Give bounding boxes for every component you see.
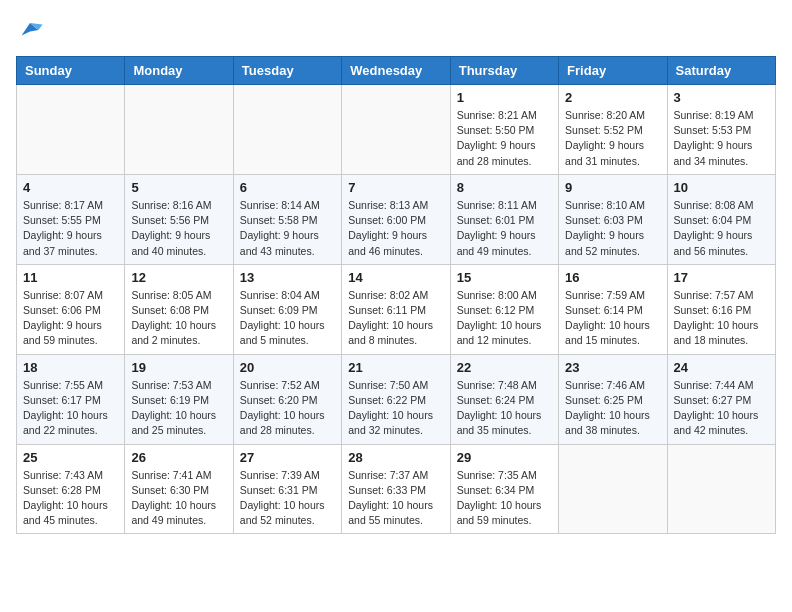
day-number: 25 [23,450,118,465]
day-info: Sunrise: 8:08 AMSunset: 6:04 PMDaylight:… [674,198,769,259]
day-of-week-header: Thursday [450,57,558,85]
calendar-day-cell: 18Sunrise: 7:55 AMSunset: 6:17 PMDayligh… [17,354,125,444]
day-number: 3 [674,90,769,105]
day-number: 9 [565,180,660,195]
day-number: 5 [131,180,226,195]
day-info: Sunrise: 7:35 AMSunset: 6:34 PMDaylight:… [457,468,552,529]
day-number: 20 [240,360,335,375]
calendar-day-cell: 4Sunrise: 8:17 AMSunset: 5:55 PMDaylight… [17,174,125,264]
day-info: Sunrise: 7:52 AMSunset: 6:20 PMDaylight:… [240,378,335,439]
calendar-week-row: 18Sunrise: 7:55 AMSunset: 6:17 PMDayligh… [17,354,776,444]
day-info: Sunrise: 8:02 AMSunset: 6:11 PMDaylight:… [348,288,443,349]
day-info: Sunrise: 8:10 AMSunset: 6:03 PMDaylight:… [565,198,660,259]
day-info: Sunrise: 7:59 AMSunset: 6:14 PMDaylight:… [565,288,660,349]
day-number: 22 [457,360,552,375]
day-of-week-header: Saturday [667,57,775,85]
day-number: 1 [457,90,552,105]
calendar-day-cell: 15Sunrise: 8:00 AMSunset: 6:12 PMDayligh… [450,264,558,354]
calendar-day-cell [17,85,125,175]
calendar-day-cell: 7Sunrise: 8:13 AMSunset: 6:00 PMDaylight… [342,174,450,264]
day-info: Sunrise: 7:57 AMSunset: 6:16 PMDaylight:… [674,288,769,349]
day-number: 24 [674,360,769,375]
calendar-day-cell [342,85,450,175]
calendar-day-cell: 16Sunrise: 7:59 AMSunset: 6:14 PMDayligh… [559,264,667,354]
day-number: 10 [674,180,769,195]
day-info: Sunrise: 8:20 AMSunset: 5:52 PMDaylight:… [565,108,660,169]
day-number: 21 [348,360,443,375]
day-info: Sunrise: 7:44 AMSunset: 6:27 PMDaylight:… [674,378,769,439]
calendar-day-cell: 1Sunrise: 8:21 AMSunset: 5:50 PMDaylight… [450,85,558,175]
calendar-day-cell: 12Sunrise: 8:05 AMSunset: 6:08 PMDayligh… [125,264,233,354]
calendar-header-row: SundayMondayTuesdayWednesdayThursdayFrid… [17,57,776,85]
calendar-day-cell: 20Sunrise: 7:52 AMSunset: 6:20 PMDayligh… [233,354,341,444]
calendar-day-cell [233,85,341,175]
calendar-day-cell: 9Sunrise: 8:10 AMSunset: 6:03 PMDaylight… [559,174,667,264]
day-number: 15 [457,270,552,285]
calendar-day-cell: 19Sunrise: 7:53 AMSunset: 6:19 PMDayligh… [125,354,233,444]
day-info: Sunrise: 8:11 AMSunset: 6:01 PMDaylight:… [457,198,552,259]
day-number: 13 [240,270,335,285]
day-info: Sunrise: 7:46 AMSunset: 6:25 PMDaylight:… [565,378,660,439]
day-info: Sunrise: 8:04 AMSunset: 6:09 PMDaylight:… [240,288,335,349]
calendar-day-cell: 22Sunrise: 7:48 AMSunset: 6:24 PMDayligh… [450,354,558,444]
day-number: 28 [348,450,443,465]
calendar-day-cell: 29Sunrise: 7:35 AMSunset: 6:34 PMDayligh… [450,444,558,534]
day-number: 16 [565,270,660,285]
calendar-day-cell: 26Sunrise: 7:41 AMSunset: 6:30 PMDayligh… [125,444,233,534]
day-number: 27 [240,450,335,465]
day-of-week-header: Sunday [17,57,125,85]
day-number: 11 [23,270,118,285]
day-info: Sunrise: 8:16 AMSunset: 5:56 PMDaylight:… [131,198,226,259]
day-number: 12 [131,270,226,285]
calendar-day-cell: 11Sunrise: 8:07 AMSunset: 6:06 PMDayligh… [17,264,125,354]
day-number: 19 [131,360,226,375]
calendar-day-cell: 2Sunrise: 8:20 AMSunset: 5:52 PMDaylight… [559,85,667,175]
calendar-week-row: 25Sunrise: 7:43 AMSunset: 6:28 PMDayligh… [17,444,776,534]
calendar-day-cell: 5Sunrise: 8:16 AMSunset: 5:56 PMDaylight… [125,174,233,264]
calendar-day-cell: 14Sunrise: 8:02 AMSunset: 6:11 PMDayligh… [342,264,450,354]
day-info: Sunrise: 8:07 AMSunset: 6:06 PMDaylight:… [23,288,118,349]
day-info: Sunrise: 8:00 AMSunset: 6:12 PMDaylight:… [457,288,552,349]
day-number: 23 [565,360,660,375]
day-info: Sunrise: 7:53 AMSunset: 6:19 PMDaylight:… [131,378,226,439]
day-info: Sunrise: 7:39 AMSunset: 6:31 PMDaylight:… [240,468,335,529]
calendar-day-cell [559,444,667,534]
calendar-week-row: 1Sunrise: 8:21 AMSunset: 5:50 PMDaylight… [17,85,776,175]
calendar-day-cell: 25Sunrise: 7:43 AMSunset: 6:28 PMDayligh… [17,444,125,534]
day-info: Sunrise: 7:43 AMSunset: 6:28 PMDaylight:… [23,468,118,529]
day-info: Sunrise: 8:05 AMSunset: 6:08 PMDaylight:… [131,288,226,349]
day-number: 7 [348,180,443,195]
calendar-day-cell [667,444,775,534]
calendar-day-cell [125,85,233,175]
calendar-day-cell: 21Sunrise: 7:50 AMSunset: 6:22 PMDayligh… [342,354,450,444]
day-info: Sunrise: 8:17 AMSunset: 5:55 PMDaylight:… [23,198,118,259]
day-info: Sunrise: 7:48 AMSunset: 6:24 PMDaylight:… [457,378,552,439]
calendar-table: SundayMondayTuesdayWednesdayThursdayFrid… [16,56,776,534]
day-of-week-header: Friday [559,57,667,85]
calendar-day-cell: 13Sunrise: 8:04 AMSunset: 6:09 PMDayligh… [233,264,341,354]
calendar-day-cell: 24Sunrise: 7:44 AMSunset: 6:27 PMDayligh… [667,354,775,444]
day-of-week-header: Tuesday [233,57,341,85]
day-number: 14 [348,270,443,285]
day-number: 26 [131,450,226,465]
header [16,16,776,44]
day-number: 8 [457,180,552,195]
calendar-day-cell: 3Sunrise: 8:19 AMSunset: 5:53 PMDaylight… [667,85,775,175]
day-info: Sunrise: 7:37 AMSunset: 6:33 PMDaylight:… [348,468,443,529]
calendar-day-cell: 23Sunrise: 7:46 AMSunset: 6:25 PMDayligh… [559,354,667,444]
day-number: 6 [240,180,335,195]
day-info: Sunrise: 8:13 AMSunset: 6:00 PMDaylight:… [348,198,443,259]
calendar-day-cell: 8Sunrise: 8:11 AMSunset: 6:01 PMDaylight… [450,174,558,264]
day-number: 4 [23,180,118,195]
day-of-week-header: Monday [125,57,233,85]
day-number: 2 [565,90,660,105]
calendar-week-row: 11Sunrise: 8:07 AMSunset: 6:06 PMDayligh… [17,264,776,354]
day-of-week-header: Wednesday [342,57,450,85]
calendar-week-row: 4Sunrise: 8:17 AMSunset: 5:55 PMDaylight… [17,174,776,264]
logo [16,16,48,44]
day-number: 18 [23,360,118,375]
calendar-day-cell: 28Sunrise: 7:37 AMSunset: 6:33 PMDayligh… [342,444,450,534]
logo-bird-icon [16,16,44,44]
day-number: 17 [674,270,769,285]
day-info: Sunrise: 7:50 AMSunset: 6:22 PMDaylight:… [348,378,443,439]
